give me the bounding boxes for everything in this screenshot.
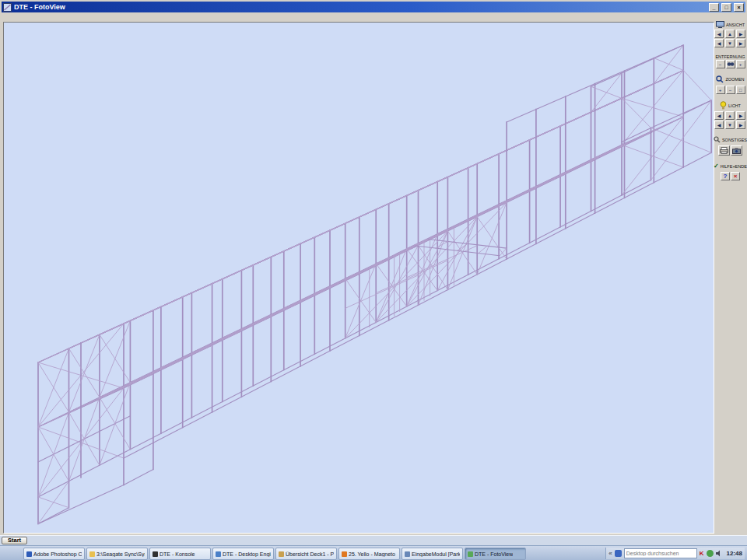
- ansicht-right-button[interactable]: ▶: [736, 30, 745, 38]
- section-zoomen: ZOOMEN + − □: [715, 75, 745, 94]
- taskbar-item-icon: [279, 551, 284, 557]
- close-button[interactable]: ×: [734, 3, 744, 12]
- section-hilfe-ende: ✓ HILFE+ENDE ? ×: [715, 163, 745, 180]
- licht-left-button[interactable]: ◀: [714, 111, 724, 120]
- view-icon: [716, 21, 724, 28]
- taskbar-item[interactable]: 25. Yello - Magneto - Wi...: [338, 548, 400, 560]
- licht-right-button[interactable]: ▶: [736, 111, 745, 120]
- app-icon: [3, 3, 12, 12]
- tray-icon-green[interactable]: [707, 550, 714, 557]
- structure-wireframe: [4, 23, 714, 533]
- magnifier-icon: [716, 75, 724, 83]
- licht-right-button[interactable]: ▶: [736, 121, 745, 129]
- printer-icon: [720, 147, 728, 154]
- licht-down-button[interactable]: ▼: [725, 121, 735, 129]
- viewport-3d[interactable]: [3, 22, 714, 534]
- zoom-box-button[interactable]: □: [736, 86, 745, 94]
- maximize-button[interactable]: □: [721, 3, 731, 12]
- kaspersky-icon[interactable]: K: [700, 550, 704, 557]
- zoom-out-button[interactable]: −: [726, 86, 735, 94]
- ansicht-right-button[interactable]: ▶: [736, 39, 745, 47]
- taskbar-item-icon: [26, 551, 32, 557]
- ansicht-left-button[interactable]: ◀: [714, 39, 724, 47]
- taskbar-item-icon: [89, 551, 95, 557]
- distance-plus-button[interactable]: +: [736, 60, 745, 68]
- taskbar-item[interactable]: DTE - Konsole: [149, 548, 211, 560]
- volume-icon[interactable]: [716, 550, 723, 557]
- zoom-in-button[interactable]: +: [716, 86, 725, 94]
- taskbar-clock: 12:48: [727, 550, 742, 557]
- desktop-search-input[interactable]: [624, 548, 697, 558]
- taskbar-item[interactable]: Übersicht Deck1 - Paint: [275, 548, 337, 560]
- window-title: DTE - FotoView: [14, 3, 707, 11]
- entfernung-label: ENTFERNUNG: [715, 54, 745, 59]
- ansicht-up-button[interactable]: ▲: [725, 30, 735, 38]
- sonstiges-label: SONSTIGES: [722, 138, 747, 142]
- taskbar-item-icon: [216, 551, 221, 557]
- print-button[interactable]: [718, 145, 730, 156]
- chevron-icon[interactable]: «: [608, 550, 612, 557]
- taskbar-item-label: 3:\Seagate Sync\SyncRe...: [96, 551, 145, 557]
- taskbar-item-icon: [153, 551, 158, 557]
- taskbar-item-label: 25. Yello - Magneto - Wi...: [349, 551, 397, 557]
- camera-icon: [732, 148, 741, 154]
- section-entfernung: ENTFERNUNG − +: [715, 54, 745, 68]
- ansicht-label: ANSICHT: [726, 23, 745, 27]
- title-bar: DTE - FotoView _ □ ×: [2, 2, 745, 12]
- system-tray: « K 12:48: [605, 548, 745, 559]
- taskbar-item-label: Übersicht Deck1 - Paint: [286, 551, 334, 557]
- taskbar-item-label: DTE - FotoView: [475, 551, 513, 557]
- help-button[interactable]: ?: [721, 172, 730, 180]
- exit-button[interactable]: ×: [731, 172, 740, 180]
- licht-up-button[interactable]: ▲: [725, 111, 735, 120]
- section-licht: LICHT ◀▲▶◀▼▶: [715, 101, 745, 129]
- licht-left-button[interactable]: ◀: [714, 121, 724, 129]
- section-sonstiges: SONSTIGES: [715, 136, 745, 156]
- taskbar-item[interactable]: DTE - FotoView: [465, 548, 526, 560]
- checkmark-icon: ✓: [714, 163, 719, 170]
- taskbar-item-label: EingabeModul [Parkdeck...: [412, 551, 460, 557]
- taskbar-item[interactable]: DTE - Desktop Engineeri...: [212, 548, 274, 560]
- taskbar-item-label: DTE - Desktop Engineeri...: [223, 551, 271, 557]
- minimize-button[interactable]: _: [709, 3, 719, 12]
- taskbar-item[interactable]: EingabeModul [Parkdeck...: [402, 548, 463, 560]
- licht-label: LICHT: [728, 103, 741, 108]
- camera-button[interactable]: [731, 145, 742, 156]
- taskbar-top-row: Start: [0, 535, 747, 546]
- taskbar-item-icon: [405, 551, 410, 557]
- taskbar-item[interactable]: 3:\Seagate Sync\SyncRe...: [86, 548, 148, 560]
- start-button[interactable]: Start: [2, 537, 27, 544]
- screen: DTE - FotoView _ □ × ANSICHT ◀▲▶◀▼▶ ENTF…: [0, 0, 747, 560]
- ansicht-left-button[interactable]: ◀: [714, 30, 724, 38]
- hilfe-label: HILFE+ENDE: [721, 164, 747, 169]
- taskbar: Adobe Photoshop CS3 E...3:\Seagate Sync\…: [0, 545, 747, 560]
- tools-icon: [714, 136, 721, 143]
- control-panel: ANSICHT ◀▲▶◀▼▶ ENTFERNUNG − + ZOOMEN: [715, 14, 745, 534]
- distance-minus-button[interactable]: −: [716, 60, 725, 68]
- section-ansicht: ANSICHT ◀▲▶◀▼▶: [715, 21, 745, 47]
- taskbar-item[interactable]: Adobe Photoshop CS3 E...: [23, 548, 85, 560]
- taskbar-item-label: DTE - Konsole: [160, 551, 195, 557]
- binocular-icon: [727, 61, 735, 67]
- zoomen-label: ZOOMEN: [725, 77, 744, 82]
- taskbar-item-label: Adobe Photoshop CS3 E...: [33, 551, 82, 557]
- search-toolbar-icon[interactable]: [615, 550, 622, 557]
- taskbar-tasks-area: Adobe Photoshop CS3 E...3:\Seagate Sync\…: [23, 548, 526, 559]
- taskbar-item-icon: [468, 551, 473, 557]
- binocular-button[interactable]: [726, 60, 735, 68]
- lightbulb-icon: [720, 101, 727, 110]
- ansicht-down-button[interactable]: ▼: [725, 39, 735, 47]
- taskbar-item-icon: [342, 551, 347, 557]
